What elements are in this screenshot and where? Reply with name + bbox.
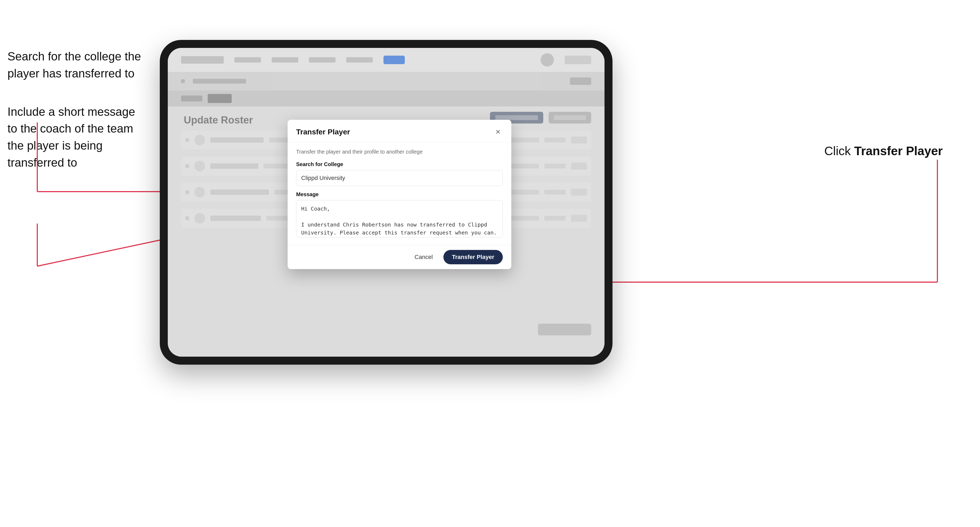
- modal-close-button[interactable]: ✕: [493, 127, 503, 137]
- modal-title: Transfer Player: [296, 128, 350, 136]
- annotation-block-1: Search for the college the player has tr…: [8, 48, 141, 82]
- annot-line-2: player has transferred to: [8, 67, 135, 80]
- annotation-text-1: Search for the college the player has tr…: [8, 48, 141, 82]
- modal-body: Transfer the player and their profile to…: [288, 142, 511, 245]
- message-textarea[interactable]: Hi Coach, I understand Chris Robertson h…: [296, 200, 503, 237]
- modal-header: Transfer Player ✕: [288, 120, 511, 142]
- tablet-screen: Update Roster: [168, 48, 605, 357]
- transfer-player-modal: Transfer Player ✕ Transfer the player an…: [288, 120, 511, 269]
- annot-line-1: Search for the college the: [8, 50, 141, 63]
- modal-footer: Cancel Transfer Player: [288, 245, 511, 269]
- annotation-block-2: Include a short message to the coach of …: [8, 103, 141, 171]
- annot-line-6: transferred to: [8, 156, 77, 169]
- right-annotation: Click Transfer Player: [824, 144, 943, 158]
- annotation-text-2: Include a short message to the coach of …: [8, 103, 141, 171]
- cancel-button[interactable]: Cancel: [409, 251, 438, 264]
- tablet-frame: Update Roster: [160, 40, 612, 365]
- right-annot-bold: Transfer Player: [854, 144, 943, 158]
- svg-line-4: [37, 240, 162, 266]
- left-annotations: Search for the college the player has tr…: [8, 48, 141, 192]
- right-annot-prefix: Click: [824, 144, 854, 158]
- transfer-player-button[interactable]: Transfer Player: [444, 250, 503, 264]
- annot-line-3: Include a short message: [8, 105, 135, 118]
- college-label: Search for College: [296, 161, 503, 167]
- college-search-input[interactable]: [296, 170, 503, 186]
- modal-subtitle: Transfer the player and their profile to…: [296, 149, 503, 155]
- annot-line-5: the player is being: [8, 139, 103, 152]
- message-label: Message: [296, 191, 503, 197]
- annot-line-4: to the coach of the team: [8, 122, 133, 135]
- modal-overlay: Transfer Player ✕ Transfer the player an…: [168, 48, 605, 357]
